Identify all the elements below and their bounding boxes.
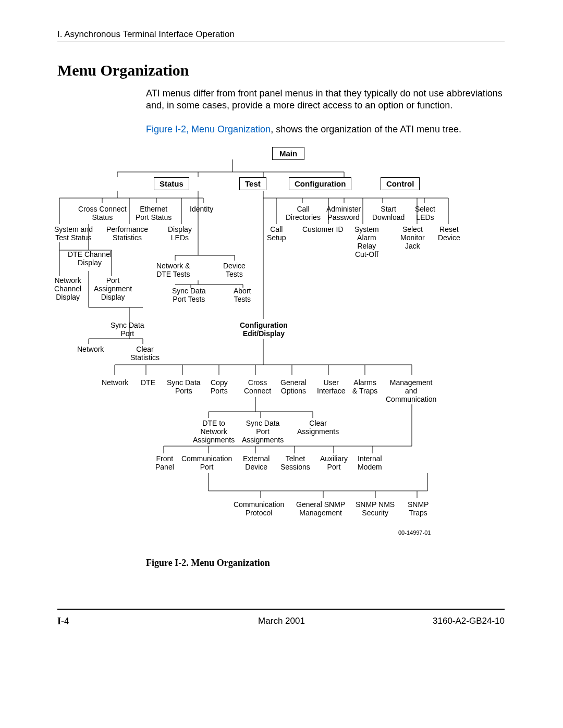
box-status: Status <box>154 177 189 190</box>
box-test: Test <box>239 177 266 190</box>
lbl-ethernet-port-status: EthernetPort Status <box>136 205 172 221</box>
lbl-call-directories: CallDirectories <box>286 205 321 221</box>
lbl-cfg-general-options: GeneralOptions <box>280 378 307 395</box>
lbl-sync-data-port: Sync DataPort <box>111 321 144 338</box>
lbl-system-test-status: System andTest Status <box>54 225 93 242</box>
diagram-id: 00-14997-01 <box>398 529 431 536</box>
lbl-cfg-mgmt-comm: ManagementandCommunication <box>386 378 436 403</box>
lbl-config-edit-display: ConfigurationEdit/Display <box>240 321 288 338</box>
footer-rule <box>57 609 505 610</box>
lbl-cc-sync-port: Sync DataPortAssignments <box>242 419 284 444</box>
paragraph-2-rest: , shows the organization of the ATI menu… <box>271 124 461 134</box>
lbl-mc-front-panel: FrontPanel <box>155 454 174 471</box>
lbl-mc-internal-modem: InternalModem <box>358 454 382 471</box>
lbl-cp-protocol: CommunicationProtocol <box>234 500 284 517</box>
lbl-start-download: StartDownload <box>372 205 405 221</box>
lbl-network-channel-display: NetworkChannelDisplay <box>54 276 81 301</box>
lbl-mc-external-device: ExternalDevice <box>243 454 270 471</box>
lbl-cross-connect-status: Cross ConnectStatus <box>78 205 127 221</box>
lbl-display-leds: DisplayLEDs <box>168 225 192 242</box>
lbl-abort-tests: AbortTests <box>234 287 251 303</box>
lbl-identity: Identity <box>190 205 213 213</box>
page-header: I. Asynchronous Terminal Interface Opera… <box>57 29 235 40</box>
lbl-dte-channel-display: DTE ChannelDisplay <box>68 250 112 267</box>
lbl-cfg-alarms-traps: Alarms& Traps <box>352 378 377 395</box>
box-control: Control <box>381 177 420 190</box>
lbl-performance-stats: PerformanceStatistics <box>106 225 148 242</box>
page: I. Asynchronous Terminal Interface Opera… <box>0 0 563 728</box>
lbl-cc-clear: ClearAssignments <box>297 419 339 436</box>
lbl-system-alarm: SystemAlarmRelayCut-Off <box>354 225 379 258</box>
lbl-cfg-user-interface: UserInterface <box>317 378 345 395</box>
lbl-cfg-cross-connect: CrossConnect <box>244 378 271 395</box>
lbl-select-leds: SelectLEDs <box>415 205 435 221</box>
figure-crossref-link[interactable]: Figure I-2, Menu Organization <box>146 124 271 134</box>
lbl-call-setup: CallSetup <box>267 225 286 242</box>
lbl-mc-comm-port: CommunicationPort <box>181 454 232 471</box>
paragraph-1: ATI menus differ from front panel menus … <box>146 88 506 112</box>
lbl-network-leaf: Network <box>77 345 104 353</box>
footer-docid: 3160-A2-GB24-10 <box>433 616 505 626</box>
lbl-select-monitor-jack: SelectMonitorJack <box>400 225 425 250</box>
lbl-cp-snmp-sec: SNMP NMSSecurity <box>356 500 395 517</box>
box-configuration: Configuration <box>289 177 351 190</box>
lbl-cfg-sync-data-ports: Sync DataPorts <box>167 378 201 395</box>
figure-caption: Figure I-2. Menu Organization <box>146 558 270 569</box>
lbl-cfg-copy-ports: CopyPorts <box>211 378 228 395</box>
lbl-cc-dte-net: DTE toNetworkAssignments <box>193 419 235 444</box>
lbl-network-dte-tests: Network &DTE Tests <box>156 262 190 278</box>
lbl-mc-telnet: TelnetSessions <box>280 454 310 471</box>
lbl-mc-aux-port: AuxiliaryPort <box>320 454 348 471</box>
lbl-administer-password: AdministerPassword <box>326 205 361 221</box>
lbl-port-assignment-display: PortAssignmentDisplay <box>94 276 132 301</box>
header-rule <box>57 42 505 42</box>
lbl-cp-snmp-traps: SNMPTraps <box>408 500 429 517</box>
lbl-clear-stats: ClearStatistics <box>130 345 160 362</box>
lbl-cfg-dte: DTE <box>141 378 155 387</box>
lbl-sync-data-port-tests: Sync DataPort Tests <box>172 287 206 303</box>
paragraph-2: Figure I-2, Menu Organization, shows the… <box>146 124 506 135</box>
lbl-cp-snmp-mgmt: General SNMPManagement <box>296 500 345 517</box>
lbl-reset-device: ResetDevice <box>438 225 460 242</box>
lbl-cfg-network: Network <box>102 378 128 387</box>
lbl-customer-id: Customer ID <box>302 225 344 233</box>
lbl-device-tests: DeviceTests <box>223 262 246 278</box>
box-main: Main <box>272 147 304 160</box>
section-title: Menu Organization <box>57 61 189 79</box>
